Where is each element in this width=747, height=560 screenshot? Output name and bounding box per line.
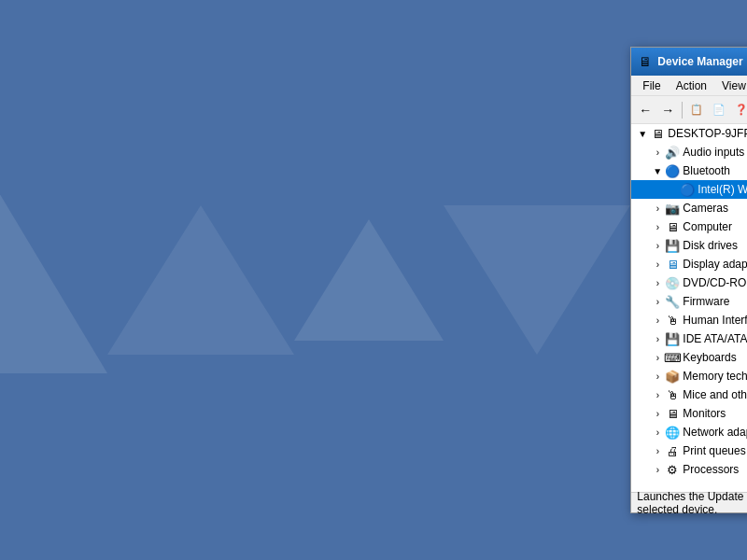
mem-icon: 📦: [665, 369, 680, 384]
root-arrow: ▼: [635, 126, 650, 141]
proc-icon: ⚙: [665, 462, 680, 477]
audio-icon: 🔊: [665, 145, 680, 160]
status-bar: Launches the Update Driver Wizard for th…: [631, 492, 747, 512]
comp-arrow: ›: [650, 219, 665, 234]
cam-label: Cameras: [683, 202, 728, 215]
print-arrow: ›: [650, 443, 665, 458]
kbd-label: Keyboards: [683, 351, 736, 364]
tree-cameras[interactable]: › 📷 Cameras: [631, 199, 747, 217]
disk-icon: 💾: [665, 238, 680, 253]
window-icon: 🖥: [639, 54, 652, 69]
disp-arrow: ›: [650, 257, 665, 272]
kbd-icon: ⌨: [665, 350, 680, 365]
tree-bluetooth[interactable]: ▼ 🔵 Bluetooth: [631, 161, 747, 180]
proc-label: Processors: [683, 463, 739, 476]
bt-label: Bluetooth: [683, 164, 730, 177]
proc-arrow: ›: [650, 462, 665, 477]
title-bar: 🖥 Device Manager ─ □ ✕: [631, 48, 747, 76]
properties-button[interactable]: 📄: [709, 100, 729, 120]
print-label: Print queues: [683, 444, 745, 457]
content-area: ▼ 🖥 DESKTOP-9JFPVSI › 🔊 Audio inputs and…: [631, 124, 747, 492]
tree-hid[interactable]: › 🖱 Human Interface Device...: [631, 311, 747, 329]
disk-label: Disk drives: [683, 239, 738, 252]
tree-pane[interactable]: ▼ 🖥 DESKTOP-9JFPVSI › 🔊 Audio inputs and…: [631, 124, 747, 492]
cam-icon: 📷: [665, 201, 680, 216]
audio-arrow: ›: [650, 145, 665, 160]
comp-label: Computer: [683, 220, 732, 233]
status-text: Launches the Update Driver Wizard for th…: [637, 490, 747, 516]
net-arrow: ›: [650, 425, 665, 440]
net-icon: 🌐: [665, 425, 680, 440]
menu-bar: File Action View Help: [631, 76, 747, 96]
tree-audio[interactable]: › 🔊 Audio inputs and outputs: [631, 143, 747, 161]
tree-firmware[interactable]: › 🔧 Firmware: [631, 292, 747, 311]
tree-mice[interactable]: › 🖱 Mice and other pointing devices: [631, 385, 747, 404]
tree-monitors[interactable]: › 🖥 Monitors: [631, 404, 747, 423]
mon-label: Monitors: [683, 407, 726, 420]
bt-icon: 🔵: [665, 163, 680, 178]
help-button[interactable]: ❓: [731, 100, 747, 120]
tree-keyboards[interactable]: › ⌨ Keyboards: [631, 348, 747, 367]
hid-arrow: ›: [650, 313, 665, 328]
mem-label: Memory technology devices: [683, 370, 747, 383]
print-icon: 🖨: [665, 443, 680, 458]
device-manager-window: 🖥 Device Manager ─ □ ✕ File Action View …: [630, 47, 747, 513]
tree-dvd[interactable]: › 💿 DVD/CD-ROM drives: [631, 273, 747, 292]
show-hidden-button[interactable]: 📋: [686, 100, 707, 120]
mon-icon: 🖥: [665, 406, 680, 421]
fw-arrow: ›: [650, 294, 665, 309]
tree-computer[interactable]: › 🖥 Computer: [631, 217, 747, 236]
intel-bt-icon: 🔵: [680, 182, 695, 197]
comp-icon: 🖥: [665, 219, 680, 234]
tree-intel-bt[interactable]: 🔵 Intel(R) Wireless Bluetooth(R): [631, 180, 747, 199]
toolbar: ← → 📋 📄 ❓ 🖥 ✏ ✖ ⟳: [631, 96, 747, 124]
back-button[interactable]: ←: [635, 100, 655, 120]
tree-network[interactable]: › 🌐 Network adapters: [631, 423, 747, 441]
mon-arrow: ›: [650, 406, 665, 421]
mem-arrow: ›: [650, 369, 665, 384]
audio-label: Audio inputs and outputs: [683, 146, 747, 159]
disp-icon: 🖥: [665, 257, 680, 272]
tree-print[interactable]: › 🖨 Print queues: [631, 441, 747, 460]
fw-label: Firmware: [683, 295, 729, 308]
hid-label: Human Interface Device...: [683, 314, 747, 327]
tree-memory[interactable]: › 📦 Memory technology devices: [631, 367, 747, 385]
toolbar-separator-1: [682, 102, 683, 119]
disk-arrow: ›: [650, 238, 665, 253]
bt-arrow: ▼: [650, 163, 665, 178]
disp-label: Display adapters: [683, 258, 747, 271]
ide-icon: 💾: [665, 331, 680, 346]
mice-arrow: ›: [650, 387, 665, 402]
dvd-label: DVD/CD-ROM drives: [683, 276, 747, 289]
menu-action[interactable]: Action: [669, 77, 714, 94]
ide-arrow: ›: [650, 331, 665, 346]
tree-root[interactable]: ▼ 🖥 DESKTOP-9JFPVSI: [631, 124, 747, 143]
tree-processors[interactable]: › ⚙ Processors: [631, 460, 747, 479]
fw-icon: 🔧: [665, 294, 680, 309]
intel-bt-label: Intel(R) Wireless Bluetooth(R): [698, 183, 747, 196]
cam-arrow: ›: [650, 201, 665, 216]
window-title: Device Manager: [657, 55, 747, 68]
tree-disk[interactable]: › 💾 Disk drives: [631, 236, 747, 255]
hid-icon: 🖱: [665, 313, 680, 328]
mice-label: Mice and other pointing devices: [683, 388, 747, 401]
root-icon: 🖥: [650, 126, 665, 141]
forward-button[interactable]: →: [657, 100, 678, 120]
mice-icon: 🖱: [665, 387, 680, 402]
tree-display[interactable]: › 🖥 Display adapters: [631, 255, 747, 273]
root-label: DESKTOP-9JFPVSI: [668, 127, 747, 140]
ide-label: IDE ATA/ATAPI controllers: [683, 332, 747, 345]
tree-ide[interactable]: › 💾 IDE ATA/ATAPI controllers: [631, 329, 747, 348]
dvd-arrow: ›: [650, 275, 665, 290]
net-label: Network adapters: [683, 426, 747, 439]
menu-file[interactable]: File: [635, 77, 668, 94]
dvd-icon: 💿: [665, 275, 680, 290]
menu-view[interactable]: View: [714, 77, 747, 94]
